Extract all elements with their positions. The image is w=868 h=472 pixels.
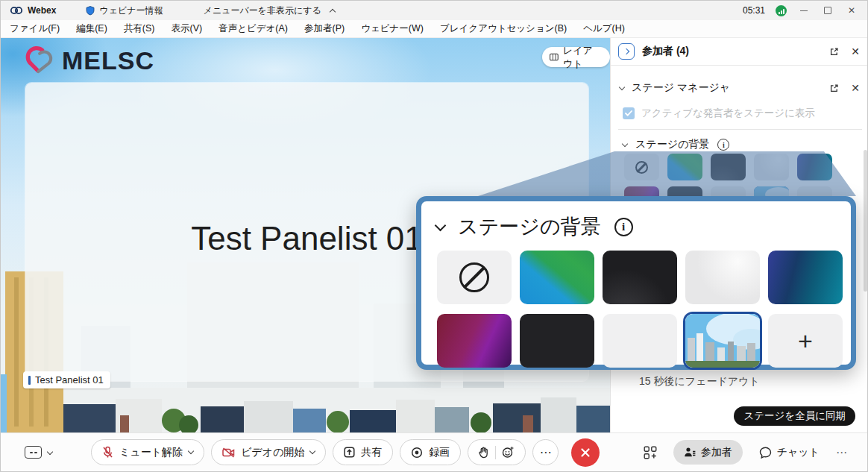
captions-control[interactable] [25,446,52,459]
share-button[interactable]: 共有 [333,439,393,465]
panelist-name-badge-label: Test Panelist 01 [35,374,104,386]
participants-panel-title: 参加者 (4) [642,45,689,58]
callout-thumbnails: + [421,245,851,368]
menu-help[interactable]: ヘルプ(H) [583,22,625,35]
info-icon[interactable]: i [717,139,729,151]
clock-time: 05:31 [743,5,765,16]
webex-window: Webex ウェビナー情報 メニューバーを非表示にする 05:31 ✕ ファイル… [0,0,868,472]
menu-breakout[interactable]: ブレイクアウトセッション(B) [440,22,567,35]
popout-icon[interactable] [829,84,839,93]
main-content: MELSC レイアウト Test Panelist 01 Test Paneli… [1,38,868,434]
menu-file[interactable]: ファイル(F) [10,22,60,35]
chevron-down-icon[interactable] [622,141,628,147]
no-background-icon [459,262,489,292]
more-icon: ⋯ [540,445,552,459]
melsc-logo: MELSC [22,45,154,75]
active-speaker-label: アクティブな発言者をステージに表示 [641,107,815,120]
layout-button[interactable]: レイアウト [542,47,610,67]
call-controls: ミュート解除 ビデオの開始 共有 録画 ⋯ [91,438,600,467]
info-icon[interactable]: i [614,218,633,236]
stage-background-title: ステージの背景 [635,138,709,151]
menu-participants[interactable]: 参加者(P) [304,22,345,35]
background-thumb-none[interactable] [624,154,659,180]
panel-scrollbar[interactable] [864,150,867,292]
participants-toggle-button[interactable]: 参加者 [673,440,743,465]
unmute-button[interactable]: ミュート解除 [91,439,204,465]
apps-icon[interactable] [644,446,657,459]
stage-background-callout: ステージの背景 i + [416,196,856,370]
unmute-label: ミュート解除 [119,446,183,459]
reactions-control [468,439,526,465]
share-label: 共有 [361,446,382,459]
popout-icon[interactable] [829,47,839,57]
chevron-down-icon[interactable] [309,448,315,454]
minimize-button[interactable] [797,4,811,17]
chat-toggle-button[interactable]: チャット [759,446,820,459]
leave-x-icon [580,447,591,458]
app-name: Webex [28,5,56,16]
panelist-name-badge: Test Panelist 01 [23,371,110,388]
background-thumb-green-blue[interactable] [667,154,702,180]
active-speaker-checkbox[interactable] [623,107,635,119]
toolbar-right: 参加者 チャット ⋯ [644,440,867,465]
chevron-down-icon[interactable] [435,219,447,231]
close-window-button[interactable]: ✕ [845,4,858,17]
background-thumb-dark-wave[interactable] [711,154,746,180]
webinar-info-button[interactable]: ウェビナー情報 [99,4,163,17]
background-thumb-navy-teal[interactable] [768,251,843,304]
more-options-button[interactable]: ⋯ [532,439,559,465]
titlebar-left: Webex ウェビナー情報 メニューバーを非表示にする [1,4,335,17]
menu-webinar[interactable]: ウェビナー(W) [361,22,424,35]
toolbar-more-button[interactable]: ⋯ [836,446,848,459]
chevron-up-icon[interactable] [330,8,336,14]
background-thumb-green-blue[interactable] [520,251,594,304]
background-thumb-light-wave[interactable] [754,154,789,180]
menu-audio-video[interactable]: 音声とビデオ(A) [218,22,288,35]
titlebar: Webex ウェビナー情報 メニューバーを非表示にする 05:31 ✕ [1,1,867,20]
participants-icon [684,447,696,458]
background-thumb-dark-solid[interactable] [520,314,594,368]
active-speaker-bar [28,376,31,385]
record-label: 録画 [429,446,450,459]
emoji-reactions-icon[interactable] [502,446,515,459]
collapse-panel-button[interactable] [618,43,635,60]
background-thumb-magenta-purple[interactable] [437,314,512,368]
start-video-button[interactable]: ビデオの開始 [211,439,326,465]
webex-logo-icon [10,6,23,15]
close-stage-manager-icon[interactable]: ✕ [851,83,860,93]
background-thumb-light-solid[interactable] [603,314,677,368]
chat-bubble-icon [759,447,772,459]
shield-icon [86,6,95,16]
background-thumb-dark-wave[interactable] [603,251,677,304]
close-participants-panel-icon[interactable]: ✕ [851,46,860,57]
background-thumb-navy-teal[interactable] [797,154,832,180]
hide-menubar-button[interactable]: メニューバーを非表示にする [204,4,321,17]
melsc-logo-text: MELSC [62,46,154,75]
chevron-down-icon[interactable] [47,448,53,454]
menu-share[interactable]: 共有(S) [124,22,155,35]
maximize-button[interactable] [821,4,834,17]
connection-quality-icon[interactable] [776,5,787,16]
sync-stage-button[interactable]: ステージを全員に同期 [734,406,855,426]
chevron-down-icon[interactable] [619,84,625,90]
camera-off-icon [222,447,235,458]
background-thumb-none[interactable] [437,251,512,304]
layout-button-label: レイアウト [563,44,600,71]
fadeout-note: 15 秒後にフェードアウト [639,375,760,388]
raise-hand-icon[interactable] [479,447,489,459]
divider [495,446,496,459]
leave-webinar-button[interactable] [571,438,600,467]
background-thumb-city-selected[interactable] [685,314,760,368]
menu-view[interactable]: 表示(V) [171,22,202,35]
stage-background-header: ステージの背景 i [611,135,868,154]
active-speaker-row: アクティブな発言者をステージに表示 [611,107,868,120]
closed-captions-icon [25,446,42,459]
menu-edit[interactable]: 編集(E) [76,22,107,35]
background-thumb-add[interactable]: + [768,314,843,368]
chevron-down-icon[interactable] [188,448,194,454]
record-button[interactable]: 録画 [400,439,461,465]
background-thumb-light-wave[interactable] [685,251,760,304]
no-background-icon [635,161,648,174]
callout-title: ステージの背景 [458,213,601,240]
participants-toggle-label: 参加者 [701,446,732,459]
